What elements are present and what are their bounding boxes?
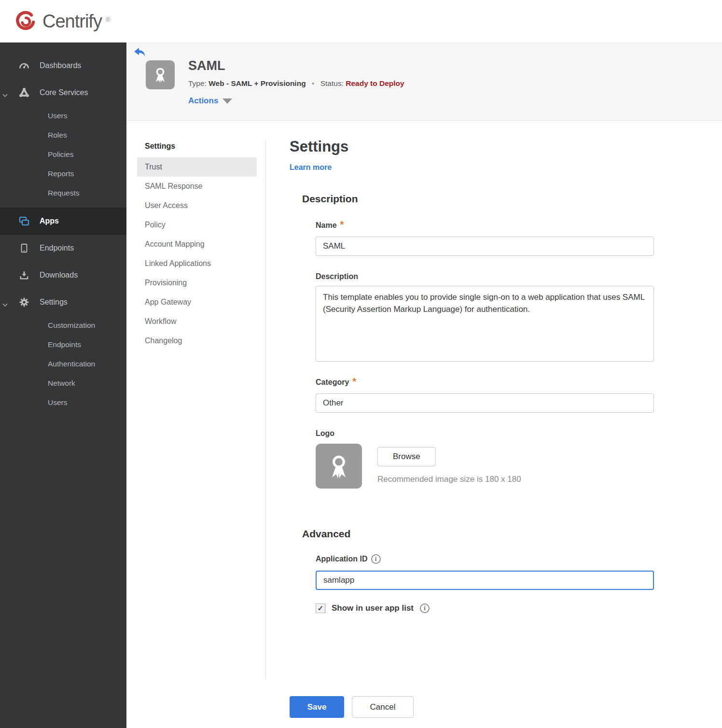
subnav-item-trust[interactable]: Trust bbox=[137, 157, 257, 177]
show-in-app-list-row: ✓ Show in user app list i bbox=[316, 603, 661, 613]
name-input[interactable] bbox=[316, 237, 654, 256]
sidebar-item-label: Endpoints bbox=[40, 244, 74, 252]
sidebar-item-downloads[interactable]: Downloads bbox=[0, 262, 126, 289]
sidebar-item-label: Apps bbox=[40, 217, 59, 225]
subnav-item-saml-response[interactable]: SAML Response bbox=[137, 177, 257, 196]
vertical-divider bbox=[265, 140, 266, 678]
brand-name: Centrify bbox=[42, 11, 102, 32]
name-label-row: Name * bbox=[316, 221, 661, 230]
form-footer-actions: Save Cancel bbox=[290, 696, 414, 718]
sidebar-item-network[interactable]: Network bbox=[0, 374, 126, 393]
learn-more-link[interactable]: Learn more bbox=[290, 163, 332, 172]
name-field: Name * bbox=[316, 221, 661, 256]
dashboard-gauge-icon bbox=[17, 60, 31, 71]
description-section-heading: Description bbox=[302, 193, 661, 205]
status-value: Ready to Deploy bbox=[346, 79, 404, 87]
status-label: Status: bbox=[320, 79, 344, 87]
logo-label: Logo bbox=[316, 429, 661, 438]
page-title: Settings bbox=[290, 138, 661, 155]
logo-controls: Browse Recommended image size is 180 x 1… bbox=[377, 444, 521, 489]
settings-subnav: Settings Trust SAML Response User Access… bbox=[137, 142, 257, 350]
meta-separator: • bbox=[312, 79, 314, 87]
sidebar-item-settings-users[interactable]: Users bbox=[0, 393, 126, 412]
image-size-hint: Recommended image size is 180 x 180 bbox=[377, 475, 521, 484]
settings-form: Settings Learn more Description Name * D… bbox=[290, 121, 661, 613]
sidebar-item-users[interactable]: Users bbox=[0, 106, 126, 126]
logo-preview bbox=[316, 444, 362, 489]
logo-field: Logo Browse Recommended image size is 18… bbox=[316, 429, 661, 489]
apps-icon bbox=[17, 215, 31, 227]
chevron-down-icon bbox=[2, 300, 8, 309]
subnav-item-workflow[interactable]: Workflow bbox=[137, 312, 257, 331]
centrify-admin-page: Centrify ® Dashboards Core Services User… bbox=[0, 0, 722, 728]
gear-icon bbox=[17, 296, 31, 308]
info-icon[interactable]: i bbox=[420, 603, 430, 613]
category-field: Category * bbox=[316, 378, 661, 413]
sidebar-item-label: Downloads bbox=[40, 271, 78, 280]
subnav-item-provisioning[interactable]: Provisioning bbox=[137, 273, 257, 293]
advanced-section-heading: Advanced bbox=[302, 528, 661, 540]
sidebar-item-label: Dashboards bbox=[40, 61, 81, 70]
description-textarea[interactable]: This template enables you to provide sin… bbox=[316, 286, 654, 362]
sidebar-item-apps[interactable]: Apps bbox=[0, 208, 126, 235]
show-in-app-list-label: Show in user app list bbox=[332, 603, 414, 613]
required-asterisk: * bbox=[340, 222, 344, 227]
description-field: Description This template enables you to… bbox=[316, 272, 661, 362]
show-in-app-list-checkbox[interactable]: ✓ bbox=[316, 603, 325, 613]
caret-down-icon bbox=[222, 98, 232, 104]
subnav-item-user-access[interactable]: User Access bbox=[137, 196, 257, 215]
subnav-item-app-gateway[interactable]: App Gateway bbox=[137, 293, 257, 312]
application-id-input[interactable] bbox=[316, 571, 654, 590]
sidebar: Dashboards Core Services Users Roles Pol… bbox=[0, 42, 126, 728]
cancel-button[interactable]: Cancel bbox=[352, 696, 414, 718]
category-label: Category bbox=[316, 378, 349, 387]
app-title: SAML bbox=[188, 58, 225, 73]
subnav-item-account-mapping[interactable]: Account Mapping bbox=[137, 235, 257, 254]
actions-button[interactable]: Actions bbox=[188, 96, 232, 106]
actions-label: Actions bbox=[188, 96, 218, 106]
chevron-down-icon bbox=[2, 91, 8, 99]
back-button[interactable] bbox=[133, 47, 146, 58]
subnav-item-changelog[interactable]: Changelog bbox=[137, 331, 257, 350]
sidebar-item-policies[interactable]: Policies bbox=[0, 145, 126, 164]
sidebar-item-label: Settings bbox=[40, 298, 68, 307]
save-button[interactable]: Save bbox=[290, 696, 344, 718]
sidebar-item-reports[interactable]: Reports bbox=[0, 164, 126, 183]
app-badge-icon bbox=[146, 60, 175, 89]
application-id-label-row: Application ID i bbox=[316, 554, 661, 564]
ribbon-icon bbox=[151, 65, 170, 84]
sidebar-item-endpoints[interactable]: Endpoints bbox=[0, 235, 126, 262]
sidebar-item-label: Core Services bbox=[40, 88, 88, 97]
browse-button[interactable]: Browse bbox=[377, 447, 436, 466]
sidebar-item-settings[interactable]: Settings bbox=[0, 289, 126, 316]
subnav-item-linked-applications[interactable]: Linked Applications bbox=[137, 254, 257, 273]
centrify-logo: Centrify ® bbox=[14, 10, 111, 32]
name-label: Name bbox=[316, 221, 337, 230]
info-icon[interactable]: i bbox=[371, 554, 381, 564]
sidebar-item-authentication[interactable]: Authentication bbox=[0, 354, 126, 374]
subnav-item-policy[interactable]: Policy bbox=[137, 215, 257, 235]
endpoints-device-icon bbox=[17, 243, 31, 253]
content-area: Settings Trust SAML Response User Access… bbox=[126, 121, 722, 728]
application-id-label: Application ID bbox=[316, 555, 368, 563]
sidebar-item-customization[interactable]: Customization bbox=[0, 316, 126, 335]
sidebar-item-settings-endpoints[interactable]: Endpoints bbox=[0, 335, 126, 354]
required-asterisk: * bbox=[352, 378, 356, 384]
logo-row: Browse Recommended image size is 180 x 1… bbox=[316, 444, 661, 489]
description-label: Description bbox=[316, 272, 661, 281]
centrify-swirl-icon bbox=[14, 10, 37, 32]
category-input[interactable] bbox=[316, 393, 654, 413]
sidebar-item-requests[interactable]: Requests bbox=[0, 183, 126, 203]
app-meta-line: Type: Web - SAML + Provisioning • Status… bbox=[188, 79, 404, 88]
sidebar-item-roles[interactable]: Roles bbox=[0, 126, 126, 145]
back-arrow-icon bbox=[134, 47, 145, 57]
sidebar-item-core-services[interactable]: Core Services bbox=[0, 79, 126, 106]
core-services-icon bbox=[17, 87, 31, 98]
type-label: Type: bbox=[188, 79, 207, 87]
registered-trademark: ® bbox=[106, 16, 111, 23]
ribbon-icon bbox=[324, 451, 354, 481]
type-value: Web - SAML + Provisioning bbox=[208, 79, 305, 87]
sidebar-item-dashboards[interactable]: Dashboards bbox=[0, 52, 126, 79]
application-id-field: Application ID i bbox=[316, 554, 661, 590]
category-label-row: Category * bbox=[316, 378, 661, 387]
